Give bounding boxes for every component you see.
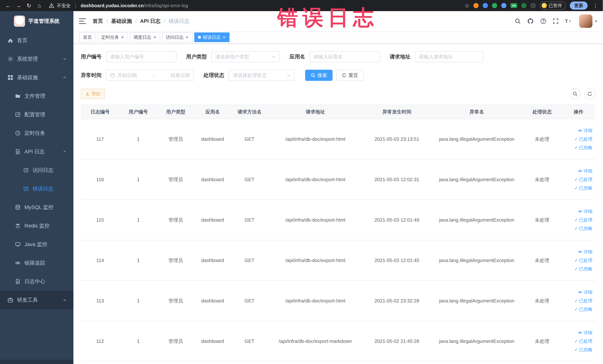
detail-link[interactable]: 详细 bbox=[578, 330, 592, 336]
top-navbar: 首页 / 基础设施 / API 日志 / 错误日志 TT ▾ bbox=[73, 11, 603, 31]
grid-icon bbox=[7, 75, 13, 81]
col-exception: 异常名 bbox=[431, 105, 522, 119]
tab-dispatch-log[interactable]: 调度日志× bbox=[130, 33, 160, 42]
export-button[interactable]: 导出 bbox=[81, 89, 105, 99]
sidebar-item-infrastructure[interactable]: 基础设施 bbox=[0, 68, 73, 87]
back-icon[interactable]: ← bbox=[4, 1, 13, 10]
sidebar-item-mysql-monitor[interactable]: MySQL 监控 bbox=[0, 198, 73, 217]
help-icon[interactable] bbox=[540, 18, 546, 24]
sidebar-item-log-center[interactable]: 日志中心 bbox=[0, 272, 73, 291]
app-name-label: 应用名 bbox=[290, 53, 305, 60]
sidebar-item-redis-monitor[interactable]: Redis 监控 bbox=[0, 217, 73, 235]
edit-icon bbox=[15, 112, 21, 117]
check-icon: ✓ bbox=[574, 226, 578, 231]
processed-link[interactable]: ✓已处理 bbox=[574, 217, 592, 223]
detail-link[interactable]: 详细 bbox=[578, 128, 592, 133]
update-button[interactable]: 更新 bbox=[570, 1, 588, 10]
table-row: 115 1 管理员 dashboard GET /api/infra/db-do… bbox=[81, 200, 595, 240]
sidebar-item-config-management[interactable]: 配置管理 bbox=[0, 105, 73, 124]
detail-link[interactable]: 详细 bbox=[578, 289, 592, 295]
tab-access-log[interactable]: 访问日志× bbox=[162, 33, 192, 42]
search-button[interactable]: 搜索 bbox=[305, 70, 333, 81]
processed-link[interactable]: ✓已处理 bbox=[574, 176, 592, 182]
extension-icon-blue-drop[interactable] bbox=[483, 3, 488, 8]
close-tab-icon[interactable]: × bbox=[185, 35, 189, 40]
ignored-link[interactable]: ✓已忽略 bbox=[574, 306, 592, 312]
sidebar-item-java-monitor[interactable]: Java 监控 bbox=[0, 235, 73, 254]
browser-home-icon[interactable]: ⌂ bbox=[35, 1, 44, 10]
sidebar-item-api-logs[interactable]: API 日志 bbox=[0, 142, 73, 161]
fullscreen-icon[interactable] bbox=[553, 18, 559, 24]
refresh-button[interactable] bbox=[584, 88, 595, 99]
close-tab-icon[interactable]: × bbox=[153, 35, 156, 40]
font-size-icon[interactable]: TT bbox=[565, 18, 572, 24]
ignored-link[interactable]: ✓已忽略 bbox=[574, 185, 592, 191]
app-logo[interactable]: 芋道管理系统 bbox=[0, 11, 73, 31]
sidebar-item-trace[interactable]: 链路追踪 bbox=[0, 254, 73, 272]
active-dot bbox=[198, 36, 201, 39]
ignored-link[interactable]: ✓已忽略 bbox=[574, 347, 592, 353]
address-bar[interactable]: 不安全 dashboard.yudao.iocoder.cn/infra/log… bbox=[49, 3, 188, 9]
toggle-search-button[interactable] bbox=[569, 88, 580, 99]
reload-icon[interactable]: ↻ bbox=[24, 1, 33, 10]
bookmark-star-icon[interactable]: ☆ bbox=[464, 2, 470, 9]
home-icon bbox=[7, 37, 13, 43]
emoji-avatar-icon bbox=[542, 3, 547, 8]
sidebar-item-error-log[interactable]: 错误日志 bbox=[0, 179, 73, 198]
processed-link[interactable]: ✓已处理 bbox=[574, 338, 592, 344]
eye-icon bbox=[578, 250, 582, 254]
github-icon[interactable] bbox=[527, 18, 534, 24]
reset-button[interactable]: 重置 bbox=[336, 70, 364, 81]
check-icon: ✓ bbox=[574, 307, 578, 312]
breadcrumb-api-logs[interactable]: API 日志 bbox=[140, 18, 161, 25]
extension-icon-plug[interactable] bbox=[531, 3, 536, 8]
breadcrumb-error-log: 错误日志 bbox=[169, 18, 189, 25]
processed-link[interactable]: ✓已处理 bbox=[574, 257, 592, 263]
sidebar-item-dev-tools[interactable]: 研发工具 bbox=[0, 291, 73, 309]
user-id-input[interactable] bbox=[106, 51, 176, 62]
close-tab-icon[interactable]: × bbox=[121, 35, 124, 40]
detail-link[interactable]: 详细 bbox=[578, 208, 592, 214]
tab-home[interactable]: 首页 bbox=[79, 33, 96, 42]
tab-error-log[interactable]: 错误日志× bbox=[194, 33, 230, 42]
edit-square-icon bbox=[23, 167, 29, 173]
extension-icon-green[interactable] bbox=[492, 3, 497, 8]
gear-icon bbox=[7, 56, 13, 62]
sidebar-item-scheduled-tasks[interactable]: 定时任务 bbox=[0, 124, 73, 142]
user-menu[interactable]: ▾ bbox=[579, 14, 597, 28]
request-url-input[interactable] bbox=[415, 51, 483, 62]
sidebar-item-home[interactable]: 首页 bbox=[0, 31, 73, 50]
process-status-select[interactable]: 请选择处理状态 bbox=[229, 70, 295, 81]
processed-link[interactable]: ✓已处理 bbox=[574, 298, 592, 304]
logo-image bbox=[14, 16, 25, 27]
extension-icon-orange[interactable] bbox=[474, 3, 479, 8]
search-icon[interactable] bbox=[515, 18, 521, 24]
detail-link[interactable]: 详细 bbox=[578, 168, 592, 174]
sidebar-item-file-management[interactable]: 文件管理 bbox=[0, 87, 73, 105]
sidebar-item-system-management[interactable]: 系统管理 bbox=[0, 50, 73, 68]
date-range-input[interactable]: 开始日期 - 结束日期 bbox=[106, 70, 194, 81]
ignored-link[interactable]: ✓已忽略 bbox=[574, 145, 592, 151]
breadcrumb-infrastructure[interactable]: 基础设施 bbox=[111, 18, 132, 25]
breadcrumb-home[interactable]: 首页 bbox=[93, 18, 103, 25]
processed-link[interactable]: ✓已处理 bbox=[574, 136, 592, 142]
user-type-select[interactable]: 请选择用户类型 bbox=[211, 51, 280, 62]
forward-icon[interactable]: → bbox=[14, 1, 23, 10]
paused-badge[interactable]: 已暂停 bbox=[540, 1, 566, 10]
hamburger-icon[interactable] bbox=[79, 18, 86, 24]
extension-icon-blue-grid[interactable] bbox=[501, 3, 506, 8]
table-row: 117 1 管理员 dashboard GET /api/infra/db-do… bbox=[81, 119, 595, 159]
check-icon: ✓ bbox=[574, 339, 578, 343]
avatar bbox=[579, 14, 592, 28]
eye-icon bbox=[15, 260, 21, 266]
browser-menu-icon[interactable]: ⋮ bbox=[592, 3, 599, 9]
ignored-link[interactable]: ✓已忽略 bbox=[574, 225, 592, 231]
close-tab-icon[interactable]: × bbox=[222, 35, 226, 40]
detail-link[interactable]: 详细 bbox=[578, 249, 592, 255]
tab-scheduled-tasks[interactable]: 定时任务× bbox=[97, 33, 128, 42]
app-name-input[interactable] bbox=[310, 51, 380, 62]
extension-on-badge[interactable]: on bbox=[510, 3, 517, 8]
sidebar-item-access-log[interactable]: 访问日志 bbox=[0, 161, 73, 179]
extension-icon-leaf[interactable] bbox=[521, 3, 526, 8]
ignored-link[interactable]: ✓已忽略 bbox=[574, 266, 592, 272]
